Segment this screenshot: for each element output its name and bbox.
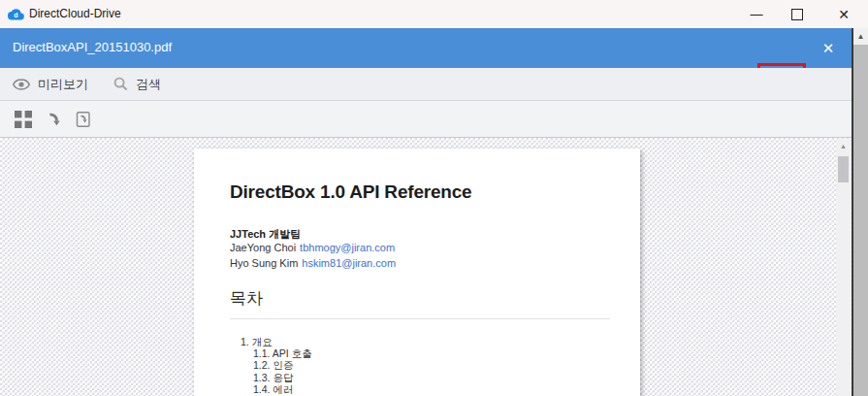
author-name: JaeYong Choi: [230, 242, 296, 253]
search-button[interactable]: 검색: [113, 76, 161, 93]
pdf-page: DirectBox 1.0 API Reference JJTech 개발팀 J…: [194, 148, 640, 396]
window-close-button[interactable]: ✕: [824, 0, 863, 28]
viewer-scrollbar-thumb[interactable]: [838, 156, 849, 182]
toc-list: 1. 개요 1.1. API 호출 1.2. 인증 1.3. 응답 1.4. 에…: [194, 336, 621, 396]
viewer-close-button[interactable]: ✕: [816, 36, 841, 61]
pdf-author-line: Hyo Sung Kimhskim81@jiran.com: [230, 257, 396, 269]
minimize-button[interactable]: —: [737, 0, 776, 28]
pdf-author-line: JaeYong Choitbhmogy@jiran.com: [230, 242, 395, 253]
pdf-controls-toolbar: [0, 101, 852, 137]
toc-item[interactable]: 1. 개요: [194, 336, 621, 347]
window-title: DirectCloud-Drive: [29, 7, 121, 20]
outer-scrollbar[interactable]: ▲: [853, 28, 868, 396]
directcloud-logo-icon: d: [8, 6, 24, 22]
thumbnails-button[interactable]: [13, 109, 34, 130]
maximize-button[interactable]: [778, 0, 817, 28]
author-name: Hyo Sung Kim: [230, 257, 298, 269]
preview-label: 미리보기: [38, 76, 88, 93]
viewer-scrollbar[interactable]: ▲: [836, 139, 851, 396]
maximize-icon: [791, 9, 803, 20]
toc-item[interactable]: 1.1. API 호출: [194, 347, 621, 359]
toc-item[interactable]: 1.4. 에러: [194, 383, 621, 395]
toc-heading: 목차: [230, 287, 610, 319]
preview-button[interactable]: 미리보기: [13, 76, 88, 93]
search-label: 검색: [136, 76, 161, 93]
open-file-name: DirectBoxAPI_20151030.pdf: [13, 40, 172, 54]
eye-icon: [13, 79, 30, 90]
document-preview-area[interactable]: DirectBox 1.0 API Reference JJTech 개발팀 J…: [0, 137, 852, 396]
app-window: d DirectCloud-Drive — ✕ DirectBoxAPI_201…: [0, 0, 868, 396]
titlebar: d DirectCloud-Drive — ✕: [0, 0, 868, 28]
rotate-button[interactable]: [43, 109, 64, 130]
outer-scroll-up-arrow-icon[interactable]: ▲: [853, 28, 868, 45]
pdf-document-title: DirectBox 1.0 API Reference: [230, 182, 471, 203]
rotate-icon: [46, 112, 61, 127]
pdf-team-name: JJTech 개발팀: [230, 227, 301, 242]
outer-scrollbar-thumb[interactable]: [853, 45, 868, 396]
viewer-toolbar: 미리보기 검색: [0, 68, 852, 101]
viewer-scroll-up-arrow-icon[interactable]: ▲: [836, 139, 851, 152]
rotate-page-icon: [76, 112, 91, 127]
toc-item[interactable]: 1.3. 응답: [194, 372, 621, 383]
svg-text:d: d: [14, 12, 17, 19]
grid-icon: [15, 111, 32, 128]
author-email-link[interactable]: tbhmogy@jiran.com: [300, 242, 395, 253]
author-email-link[interactable]: hskim81@jiran.com: [302, 257, 396, 269]
toc-item[interactable]: 1.2. 인증: [194, 359, 621, 371]
rotate-page-button[interactable]: [73, 109, 94, 130]
viewer-header: DirectBoxAPI_20151030.pdf ✕: [0, 28, 852, 68]
magnifier-icon: [113, 77, 128, 91]
